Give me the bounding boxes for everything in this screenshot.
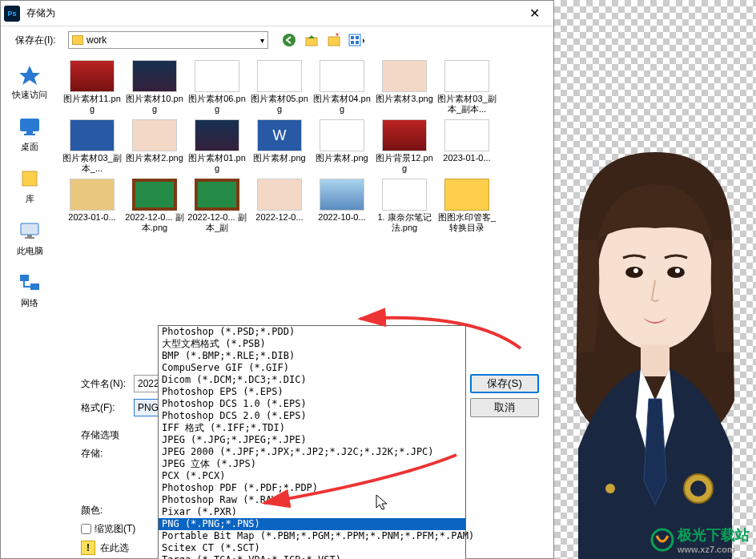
new-folder-icon[interactable]: * (326, 32, 342, 48)
svg-point-28 (652, 529, 673, 550)
format-option[interactable]: Photoshop EPS (*.EPS) (159, 386, 465, 398)
pc-icon (16, 219, 43, 242)
file-item[interactable]: 2022-12-0... 副本.png (127, 179, 182, 233)
file-item[interactable]: 图片素材01.png (190, 119, 244, 174)
file-item[interactable]: 图片素材11.png (65, 60, 119, 115)
svg-rect-5 (351, 36, 354, 39)
place-library[interactable]: 库 (4, 167, 55, 205)
star-icon (16, 63, 43, 86)
library-icon (16, 167, 43, 190)
file-item[interactable]: 图片素材.png (315, 119, 369, 174)
svg-point-23 (675, 268, 680, 273)
svg-rect-18 (30, 284, 39, 290)
color-label: 颜色: (81, 504, 119, 517)
format-option[interactable]: JPEG (*.JPG;*.JPEG;*.JPE) (159, 434, 465, 446)
svg-point-0 (283, 34, 296, 46)
current-folder: work (86, 34, 107, 46)
file-item[interactable]: 图片素材05.png (252, 60, 307, 115)
format-option[interactable]: Dicom (*.DCM;*.DC3;*.DIC) (159, 374, 465, 386)
file-item[interactable]: 2022-12-0... (252, 179, 307, 233)
thumbnail-checkbox[interactable] (81, 524, 91, 534)
format-option[interactable]: Pixar (*.PXR) (159, 506, 465, 518)
thumbnail-icon (257, 60, 302, 92)
format-option[interactable]: JPEG 立体 (*.JPS) (159, 458, 465, 470)
svg-point-26 (690, 481, 706, 497)
view-mode-icon[interactable] (348, 32, 364, 48)
save-in-label: 保存在(I): (15, 34, 63, 47)
store-label: 存储: (81, 447, 119, 460)
format-option[interactable]: Scitex CT (*.SCT) (159, 542, 465, 554)
svg-point-27 (605, 484, 615, 493)
format-option[interactable]: BMP (*.BMP;*.RLE;*.DIB) (159, 350, 465, 362)
svg-text:*: * (336, 33, 339, 41)
format-option[interactable]: Photoshop DCS 1.0 (*.EPS) (159, 398, 465, 410)
place-desktop[interactable]: 桌面 (4, 115, 55, 153)
file-item[interactable]: 图片素材06.png (190, 60, 244, 115)
file-item[interactable]: W图片素材.png (252, 119, 307, 174)
watermark: 极光下载站 www.xz7.com (650, 525, 750, 554)
format-option[interactable]: Photoshop PDF (*.PDF;*.PDP) (159, 482, 465, 494)
file-view[interactable]: 图片素材11.png图片素材10.png图片素材06.png图片素材05.png… (58, 54, 553, 369)
save-in-combo[interactable]: work ▾ (68, 31, 268, 49)
thumbnail-icon (70, 179, 115, 211)
file-item[interactable]: 图片素材04.png (315, 60, 369, 115)
file-item[interactable]: 2022-10-0... (315, 179, 369, 233)
thumbnail-icon (382, 60, 427, 92)
place-star[interactable]: 快速访问 (4, 63, 55, 101)
photoshop-canvas (554, 0, 756, 559)
format-option[interactable]: CompuServe GIF (*.GIF) (159, 362, 465, 374)
file-item[interactable]: 2023-01-0... (440, 119, 494, 174)
svg-rect-9 (20, 119, 39, 131)
cancel-button[interactable]: 取消 (470, 398, 539, 417)
format-option[interactable]: Photoshop (*.PSD;*.PDD) (159, 326, 465, 338)
nav-icons: * (281, 32, 364, 48)
svg-rect-14 (21, 223, 38, 235)
thumbnails: 图片素材11.png图片素材10.png图片素材06.png图片素材05.png… (65, 60, 547, 233)
place-pc[interactable]: 此电脑 (4, 219, 55, 257)
file-item[interactable]: 2023-01-0... (65, 179, 119, 233)
photoshop-icon: Ps (4, 6, 20, 22)
format-option[interactable]: IFF 格式 (*.IFF;*.TDI) (159, 422, 465, 434)
format-option[interactable]: JPEG 2000 (*.JPF;*.JPX;*.JP2;*.J2C;*.J2K… (159, 446, 465, 458)
format-option[interactable]: PCX (*.PCX) (159, 470, 465, 482)
file-item[interactable]: 2022-12-0... 副本_副 (190, 179, 244, 233)
portrait-image (554, 144, 756, 559)
filename-label: 文件名(N): (81, 377, 129, 391)
format-option[interactable]: PNG (*.PNG;*.PNS) (159, 518, 465, 530)
file-item[interactable]: 图片背景12.png (377, 119, 432, 174)
close-button[interactable]: ✕ (518, 2, 550, 26)
thumbnail-icon (195, 60, 239, 92)
titlebar: Ps 存储为 ✕ (1, 1, 553, 26)
thumbnail-icon (444, 60, 489, 92)
back-icon[interactable] (281, 32, 297, 48)
thumbnail-icon (320, 119, 364, 151)
svg-rect-7 (351, 41, 354, 44)
svg-rect-24 (641, 344, 670, 376)
format-option[interactable]: 大型文档格式 (*.PSB) (159, 338, 465, 350)
place-network[interactable]: 网络 (4, 271, 55, 309)
thumbnail-icon (444, 179, 489, 211)
file-item[interactable]: 图片素材03_副本_副本... (440, 60, 494, 115)
thumbnail-icon (195, 179, 239, 211)
save-options-label: 存储选项 (81, 428, 119, 442)
format-dropdown[interactable]: Photoshop (*.PSD;*.PDD)大型文档格式 (*.PSB)BMP… (158, 325, 466, 559)
file-item[interactable]: 图片素材3.png (377, 60, 432, 115)
svg-rect-10 (26, 131, 33, 134)
svg-rect-15 (27, 235, 32, 237)
format-option[interactable]: Targa (*.TGA;*.VDA;*.ICB;*.VST) (159, 554, 465, 559)
file-item[interactable]: 图片素材2.png (127, 119, 182, 174)
svg-rect-17 (20, 275, 29, 281)
save-button[interactable]: 保存(S) (470, 374, 539, 393)
svg-rect-6 (356, 36, 359, 39)
format-option[interactable]: Photoshop DCS 2.0 (*.EPS) (159, 410, 465, 422)
format-option[interactable]: Photoshop Raw (*.RAW) (159, 494, 465, 506)
file-item[interactable]: 1. 康奈尔笔记法.png (377, 179, 432, 233)
file-item[interactable]: 图片素材03_副本_... (65, 119, 119, 174)
thumbnail-icon (132, 60, 177, 92)
format-option[interactable]: Portable Bit Map (*.PBM;*.PGM;*.PPM;*.PN… (159, 530, 465, 542)
file-item[interactable]: 图图水印管客_转换目录 (440, 179, 494, 233)
up-icon[interactable] (304, 32, 320, 48)
thumbnail-icon (382, 179, 427, 211)
file-item[interactable]: 图片素材10.png (127, 60, 182, 115)
svg-rect-13 (22, 171, 37, 186)
